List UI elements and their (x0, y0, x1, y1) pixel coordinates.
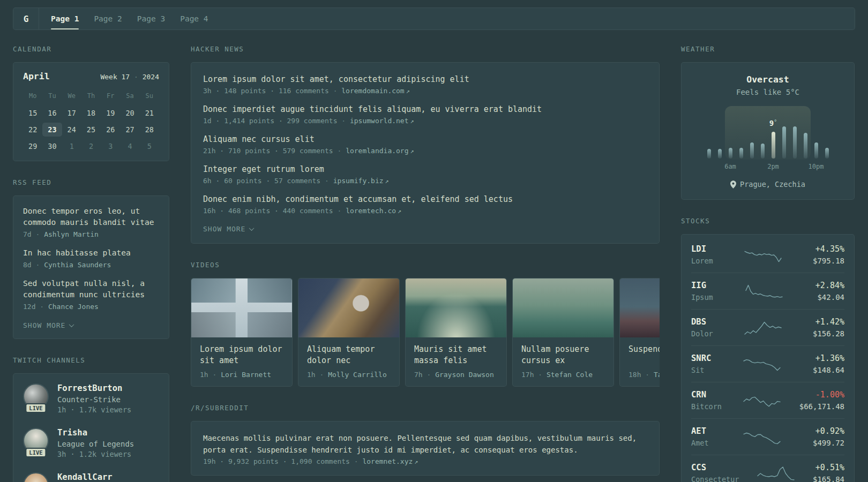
hn-item-title[interactable]: Integer eget rutrum lorem (203, 163, 647, 175)
hn-item-domain[interactable]: ipsumify.biz (333, 177, 384, 185)
weather-bar (761, 144, 765, 159)
video-meta: 1h · Lori Barnett (200, 371, 283, 379)
hn-item: Donec enim nibh, condimentum et accumsan… (203, 193, 647, 215)
weather-bar-slot (704, 114, 714, 159)
hn-item-domain[interactable]: loremdomain.com (341, 87, 404, 95)
hn-item-domain[interactable]: loremlandia.org (346, 147, 408, 155)
twitch-channel-name[interactable]: ForrestBurton (57, 383, 131, 393)
rss-item-age: 7d (23, 230, 32, 238)
hn-item-title[interactable]: Lorem ipsum dolor sit amet, consectetur … (203, 73, 647, 85)
video-age: 7h (414, 371, 423, 379)
rss-show-more-button[interactable]: SHOW MORE (23, 321, 73, 329)
calendar-year: 2024 (143, 73, 159, 81)
stocks-widget: LDI Lorem +4.35% $795.18 IIG Ipsum (681, 234, 855, 482)
twitch-channel-row: LIVE ForrestBurton Counter-Strike 1h · 1… (23, 383, 159, 414)
hn-item-domain[interactable]: ipsumworld.net (350, 117, 409, 125)
tab-page-2[interactable]: Page 2 (94, 8, 122, 29)
hn-item-meta: 1d · 1,414 points · 299 comments · ipsum… (203, 117, 647, 125)
rss-item-title[interactable]: Sed volutpat nulla nisl, a condimentum n… (23, 278, 159, 300)
hn-item-title[interactable]: Donec imperdiet augue tincidunt felis al… (203, 103, 647, 115)
weekday-label: Tu (42, 90, 62, 102)
weather-bar-slot (746, 114, 757, 159)
rss-item: In hac habitasse platea 8d · Cynthia Sau… (23, 247, 159, 269)
tab-page-3[interactable]: Page 3 (137, 8, 165, 29)
header: G Page 1 Page 2 Page 3 Page 4 (13, 7, 855, 30)
hn-item-domain[interactable]: loremtech.co (346, 207, 396, 215)
video-thumbnail[interactable] (191, 278, 292, 337)
stock-row: IIG Ipsum +2.84% $42.04 (691, 273, 844, 309)
stock-price: $156.28 (782, 329, 844, 338)
video-meta: 1h · Molly Carrillo (307, 371, 391, 379)
calendar-day: 19 (101, 106, 120, 120)
separator-dot: · (341, 117, 346, 125)
hn-item: Aliquam nec cursus elit 21h · 710 points… (203, 133, 647, 155)
reddit-post: Maecenas mollis pulvinar erat non posuer… (203, 432, 647, 465)
hn-item: Integer eget rutrum lorem 6h · 60 points… (203, 163, 647, 185)
video-title[interactable]: Suspendisse diam (628, 344, 660, 366)
show-more-label: SHOW MORE (23, 321, 65, 329)
weather-feels-like: Feels like 5°C (692, 88, 843, 96)
stock-symbol[interactable]: DBS (691, 317, 744, 327)
reddit-post-domain[interactable]: loremnet.xyz (362, 457, 413, 465)
stock-symbol[interactable]: AET (691, 426, 743, 436)
stock-price: $148.64 (781, 366, 844, 374)
video-thumbnail[interactable] (406, 278, 506, 337)
video-title[interactable]: Nullam posuere cursus ex (521, 344, 605, 366)
separator-dot: · (212, 371, 216, 379)
weather-bar (718, 149, 722, 159)
weather-bar (782, 126, 786, 159)
video-thumbnail[interactable] (298, 278, 399, 337)
tab-page-1[interactable]: Page 1 (51, 8, 79, 29)
twitch-widget: LIVE ForrestBurton Counter-Strike 1h · 1… (13, 373, 169, 482)
app-logo[interactable]: G (13, 8, 39, 29)
chevron-down-icon (249, 225, 255, 231)
hn-item-meta: 6h · 60 points · 57 comments · ipsumify.… (203, 177, 647, 185)
calendar-day: 17 (62, 106, 81, 120)
hn-show-more-button[interactable]: SHOW MORE (203, 225, 253, 233)
stock-row: SNRC Sit +1.36% $148.64 (691, 345, 844, 382)
rss-item-title[interactable]: In hac habitasse platea (23, 247, 159, 259)
stock-sparkline (757, 464, 795, 482)
stock-symbol[interactable]: CRN (691, 390, 743, 400)
weather-bar-slot (725, 114, 736, 159)
dashboard-page: G Page 1 Page 2 Page 3 Page 4 CALENDAR A… (0, 0, 868, 482)
reddit-post-title[interactable]: Maecenas mollis pulvinar erat non posuer… (203, 432, 647, 456)
external-link-icon: ↗ (414, 458, 418, 465)
video-thumbnail[interactable] (620, 278, 660, 337)
twitch-game: League of Legends (57, 440, 134, 448)
twitch-channel-name[interactable]: KendallCarr (57, 472, 113, 482)
hn-item: Donec imperdiet augue tincidunt felis al… (203, 103, 647, 125)
stock-price: $42.04 (783, 293, 844, 302)
twitch-game: Counter-Strike (57, 395, 131, 404)
stock-symbol[interactable]: SNRC (691, 353, 743, 363)
avatar[interactable] (23, 472, 49, 482)
twitch-avatar-wrap: LIVE (23, 383, 49, 409)
stock-name: Lorem (691, 257, 744, 265)
stock-symbol[interactable]: IIG (691, 281, 745, 290)
weather-bar-slot (714, 114, 725, 159)
rss-item-meta: 7d · Ashlyn Martin (23, 230, 159, 238)
rss-item-title[interactable]: Donec tempor eros leo, ut commodo mauris… (23, 206, 159, 228)
tab-page-4[interactable]: Page 4 (180, 8, 208, 29)
separator-dot: · (337, 207, 341, 215)
video-title[interactable]: Lorem ipsum dolor sit amet consectetu… (200, 344, 283, 366)
stock-symbol[interactable]: CCS (691, 463, 757, 472)
weather-section-title: WEATHER (681, 45, 855, 53)
stock-symbol[interactable]: LDI (691, 244, 744, 254)
video-title[interactable]: Aliquam tempor dolor nec pharetra… (307, 344, 391, 366)
calendar-header: April Week 17 · 2024 (23, 71, 159, 81)
weekday-label: Mo (23, 90, 42, 102)
stock-change: +4.35% (782, 244, 844, 254)
video-card: Suspendisse diam 18h · Tara (619, 278, 660, 387)
hn-item-title[interactable]: Aliquam nec cursus elit (203, 133, 647, 145)
location-pin-icon (730, 180, 736, 189)
weather-condition: Overcast (692, 74, 843, 85)
video-title[interactable]: Mauris sit amet massa felis (414, 344, 498, 366)
hn-item-title[interactable]: Donec enim nibh, condimentum et accumsan… (203, 193, 647, 205)
page-tabs: Page 1 Page 2 Page 3 Page 4 (39, 8, 208, 29)
stock-row: AET Amet +0.92% $499.72 (691, 418, 844, 455)
video-thumbnail[interactable] (513, 278, 613, 337)
weather-bar (739, 148, 743, 159)
video-body: Lorem ipsum dolor sit amet consectetu… 1… (191, 337, 292, 386)
twitch-channel-name[interactable]: Trisha (57, 428, 134, 438)
